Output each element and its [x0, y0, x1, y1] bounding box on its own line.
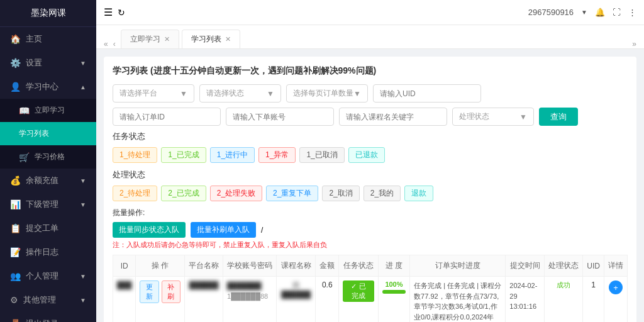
status-select[interactable]: 请选择状态 ▼ [199, 84, 281, 103]
chevron-down-icon: ▼ [80, 201, 86, 208]
tab-study-list[interactable]: 学习列表 ✕ [182, 30, 240, 48]
refresh-icon[interactable]: ↻ [118, 8, 125, 18]
cell-platform: ██████ [185, 277, 223, 323]
order-id-input[interactable] [113, 108, 221, 126]
sidebar-item-study-list[interactable]: 学习列表 [0, 122, 96, 145]
platform-placeholder: 请选择平台 [119, 88, 157, 99]
chevron-down-icon: ▼ [581, 9, 587, 16]
ptag-refund[interactable]: 退款 [404, 186, 433, 201]
sidebar-item-user-mgmt[interactable]: 👥 个人管理 ▼ [0, 264, 96, 288]
sidebar-item-downline[interactable]: 📊 下级管理 ▼ [0, 192, 96, 216]
slash-divider: / [261, 226, 263, 235]
col-course: 课程名称 [277, 255, 316, 277]
chevron-down-icon: ▼ [80, 60, 86, 67]
sidebar-item-logout[interactable]: 🚪 退出登录 [0, 312, 96, 322]
cell-amount: 0.6 [316, 277, 339, 323]
sidebar-item-settings[interactable]: ⚙️ 设置 ▼ [0, 51, 96, 75]
menu-icon[interactable]: ☰ [104, 6, 113, 18]
col-school: 学校账号密码 [223, 255, 277, 277]
tag-in-progress[interactable]: 1_进行中 [210, 147, 255, 163]
sidebar-item-label: 余额充值 [26, 175, 58, 186]
sidebar-item-learning-center[interactable]: 👤 学习中心 ▲ [0, 75, 96, 99]
money-icon: 💰 [10, 175, 21, 186]
sidebar-item-submit-work[interactable]: 📋 提交工单 [0, 216, 96, 240]
status-placeholder: 请选择状态 [206, 88, 244, 99]
uid-input[interactable] [373, 84, 481, 103]
table-wrap: ID 操 作 平台名称 学校账号密码 课程名称 金额 任务状态 进 度 订单实时… [113, 255, 628, 322]
account-input[interactable] [226, 108, 334, 126]
cell-course: 四██████ [277, 277, 316, 323]
sidebar-item-recharge[interactable]: 💰 余额充值 ▼ [0, 169, 96, 192]
sidebar-item-op-log[interactable]: 📝 操作日志 [0, 240, 96, 264]
batch-label: 批量操作: [113, 208, 628, 218]
page-size-select[interactable]: 选择每页订单数量 ▼ [286, 84, 368, 103]
clipboard-icon: 📋 [10, 223, 21, 233]
filter-row-1: 请选择平台 ▼ 请选择状态 ▼ 选择每页订单数量 ▼ [113, 84, 628, 103]
tag-cancelled[interactable]: 1_已取消 [299, 147, 344, 163]
query-button[interactable]: 查询 [539, 108, 578, 126]
cell-uid: 1 [583, 277, 604, 323]
sidebar-item-label: 提交工单 [26, 223, 58, 234]
sidebar-item-home[interactable]: 🏠 主页 [0, 27, 96, 51]
course-keyword-input[interactable] [339, 108, 447, 126]
tag-done[interactable]: 1_已完成 [161, 147, 206, 163]
process-status-select[interactable]: 处理状态 ▼ [452, 108, 534, 126]
topbar-left: ☰ ↻ [104, 6, 125, 18]
sidebar-item-study-price[interactable]: 🛒 学习价格 [0, 145, 96, 169]
tabs-left-icon[interactable]: « [104, 40, 108, 48]
filter-row-2: 处理状态 ▼ 查询 [113, 108, 628, 126]
main-card: 学习列表 (进度十五分钟自动更新一次，遇到问题补刷解决99%问题) 请选择平台 … [104, 57, 636, 322]
tab-instant-study[interactable]: 立即学习 ✕ [121, 30, 179, 48]
cart-icon: 🛒 [19, 152, 30, 162]
tabs-right-icon[interactable]: » [632, 40, 636, 48]
orders-table: ID 操 作 平台名称 学校账号密码 课程名称 金额 任务状态 进 度 订单实时… [113, 255, 628, 322]
platform-select[interactable]: 请选择平台 ▼ [113, 84, 194, 103]
ptag-mine[interactable]: 2_我的 [364, 186, 401, 201]
expand-icon[interactable]: ⛶ [613, 8, 621, 17]
col-task-status: 任务状态 [339, 255, 379, 277]
home-icon: 🏠 [10, 34, 21, 44]
tabs-back-icon[interactable]: ‹ [113, 40, 116, 48]
close-icon[interactable]: ✕ [225, 35, 231, 43]
ptag-repeat[interactable]: 2_重复下单 [266, 186, 318, 201]
col-submit-time: 提交时间 [506, 255, 545, 277]
notification-icon[interactable]: 🔔 [595, 8, 605, 17]
cell-process-status: 成功 [545, 277, 583, 323]
sidebar-item-label: 学习列表 [19, 128, 49, 139]
detail-button[interactable]: + [609, 280, 623, 294]
sidebar-item-instant-study[interactable]: 📖 立即学习 [0, 99, 96, 122]
tabs-bar: « ‹ 立即学习 ✕ 学习列表 ✕ » [96, 25, 644, 49]
ptag-done[interactable]: 2_已完成 [161, 186, 206, 201]
batch-supplement-btn[interactable]: 批量补刷单入队 [191, 222, 256, 238]
cell-detail: + [604, 277, 627, 323]
close-icon[interactable]: ✕ [164, 35, 170, 43]
task-status-label: 任务状态 [113, 131, 628, 142]
table-row: ███ 更新 补刷 ██████ ████ [113, 277, 628, 323]
tab-label: 立即学习 [130, 34, 160, 45]
cell-submit-time: 2024-02-2913:01:16 [506, 277, 545, 323]
ptag-failed[interactable]: 2_处理失败 [210, 186, 262, 201]
ptag-pending[interactable]: 2_待处理 [113, 186, 157, 201]
cell-task-status: ✓ 已完成 [339, 277, 379, 323]
col-amount: 金额 [316, 255, 339, 277]
tag-abnormal[interactable]: 1_异常 [258, 147, 296, 163]
sidebar-item-label: 设置 [26, 57, 42, 69]
batch-sync-btn[interactable]: 批量同步状态入队 [113, 222, 186, 238]
ptag-cancel[interactable]: 2_取消 [322, 186, 359, 201]
update-btn[interactable]: 更新 [140, 280, 158, 303]
tag-refunded[interactable]: 已退款 [348, 147, 385, 163]
tag-pending[interactable]: 1_待处理 [113, 147, 157, 163]
logout-icon: 🚪 [10, 319, 21, 322]
task-status-tags: 1_待处理 1_已完成 1_进行中 1_异常 1_已取消 已退款 [113, 147, 628, 163]
chevron-down-icon: ▼ [80, 177, 86, 184]
sidebar-item-label: 立即学习 [35, 105, 65, 116]
more-icon[interactable]: ⋮ [628, 8, 636, 17]
chevron-up-icon: ▲ [80, 84, 86, 91]
col-order-progress: 订单实时进度 [410, 255, 506, 277]
cell-order-progress: 任务完成 | 任务完成 | 课程分数77.92，章节任务点73/73,章节学习次… [410, 277, 506, 323]
cell-ops: 更新 补刷 [136, 277, 185, 323]
sidebar-item-other-mgmt[interactable]: ⚙ 其他管理 ▼ [0, 288, 96, 312]
main-area: ☰ ↻ 2967590916 ▼ 🔔 ⛶ ⋮ « ‹ 立即学习 ✕ 学习列表 ✕… [96, 0, 644, 322]
supplement-btn[interactable]: 补刷 [162, 280, 180, 303]
col-id: ID [113, 255, 136, 277]
